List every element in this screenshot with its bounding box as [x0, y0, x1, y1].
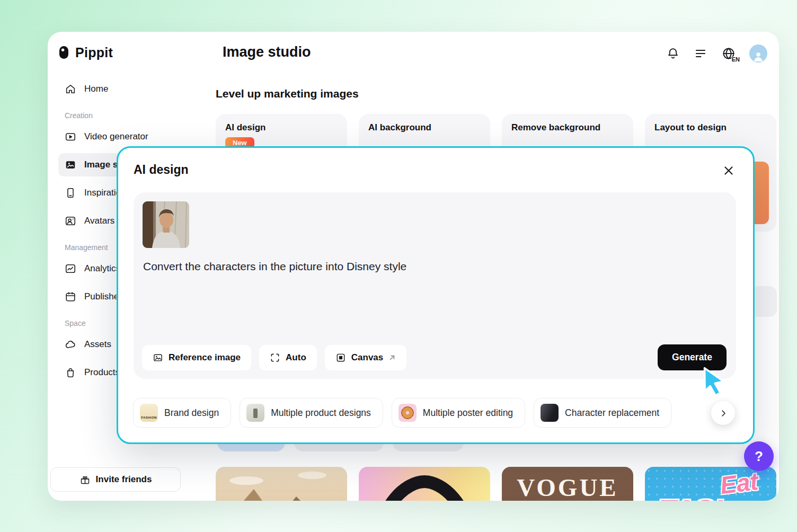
- suggestion-label: Brand design: [164, 407, 219, 419]
- gallery-item-landscape[interactable]: [216, 467, 347, 501]
- canvas-label: Canvas: [351, 352, 383, 363]
- suggestion-chips-row: FASHION Brand design Multiple product de…: [133, 398, 738, 429]
- bell-icon: [666, 47, 680, 60]
- landscape-image: [216, 467, 347, 501]
- modal-title: AI design: [134, 163, 189, 177]
- eat-poster-text: Eat: [719, 467, 760, 500]
- image-studio-icon: [65, 159, 76, 171]
- canvas-icon: [335, 352, 346, 363]
- reference-image-label: Reference image: [169, 352, 241, 363]
- brand-name: Pippit: [75, 45, 113, 60]
- canvas-button[interactable]: Canvas: [325, 345, 406, 370]
- tasks-button[interactable]: [693, 46, 708, 61]
- template-gallery: VOGUE Eat TAS!: [216, 467, 776, 501]
- inspiration-icon: [65, 187, 76, 199]
- sidebar-item-home[interactable]: Home: [58, 77, 180, 101]
- invite-friends-button[interactable]: Invite friends: [50, 467, 181, 492]
- cloud-icon: [65, 339, 76, 350]
- mouse-cursor: [699, 364, 730, 398]
- card-title: Remove background: [511, 122, 624, 133]
- help-button[interactable]: ?: [744, 441, 774, 471]
- language-button[interactable]: EN: [721, 46, 737, 61]
- close-button[interactable]: [721, 164, 736, 179]
- sidebar-item-label: Analytics: [84, 263, 120, 274]
- language-label: EN: [732, 56, 740, 63]
- suggestion-multiple-poster-editing[interactable]: Multiple poster editing: [392, 398, 525, 428]
- analytics-icon: [65, 263, 76, 274]
- close-icon: [722, 164, 736, 178]
- auto-label: Auto: [286, 352, 306, 363]
- page-background: Pippit Image studio EN: [0, 0, 797, 532]
- ai-design-modal: AI design Con: [117, 146, 755, 444]
- reference-image-button[interactable]: Reference image: [142, 345, 251, 370]
- suggestion-label: Multiple product designs: [271, 407, 371, 419]
- person-icon: [751, 50, 765, 63]
- headphones-image: [359, 467, 490, 501]
- video-icon: [65, 131, 76, 143]
- reference-image-thumbnail[interactable]: [143, 201, 189, 248]
- prompt-text: Convert the characters in the picture in…: [143, 260, 406, 273]
- list-icon: [694, 47, 707, 60]
- poster-thumbnail: [398, 404, 417, 422]
- external-link-icon: [388, 354, 396, 361]
- sidebar-item-label: Products: [84, 367, 120, 378]
- invite-friends-label: Invite friends: [96, 474, 152, 485]
- bag-icon: [65, 367, 76, 378]
- fashion-thumbnail: FASHION: [140, 404, 158, 422]
- sidebar-item-video-generator[interactable]: Video generator: [58, 125, 180, 148]
- sidebar-item-label: Assets: [84, 339, 111, 350]
- image-icon: [153, 352, 163, 363]
- chevron-right-icon: [719, 409, 728, 418]
- sidebar-item-label: Home: [84, 84, 108, 94]
- card-title: Layout to design: [654, 122, 767, 133]
- crop-corners-icon: [270, 352, 280, 363]
- vogue-title: VOGUE: [502, 473, 633, 501]
- brand: Pippit: [58, 45, 113, 60]
- section-heading: Level up marketing images: [216, 87, 359, 100]
- gallery-item-eat-poster[interactable]: Eat TAS!: [645, 467, 776, 501]
- calendar-icon: [65, 291, 76, 303]
- notifications-button[interactable]: [666, 46, 680, 61]
- pippit-logo-icon: [58, 46, 70, 60]
- suggestion-brand-design[interactable]: FASHION Brand design: [133, 398, 231, 428]
- sidebar-item-label: Avatars: [84, 216, 114, 226]
- character-thumbnail: [541, 404, 559, 422]
- suggestion-label: Multiple poster editing: [423, 407, 513, 419]
- user-avatar[interactable]: [749, 45, 767, 63]
- eat-poster-text-2: TAS!: [659, 493, 723, 501]
- suggestion-label: Character replacement: [565, 407, 659, 419]
- suggestion-character-replacement[interactable]: Character replacement: [534, 398, 671, 428]
- sidebar-section-label-creation: Creation: [58, 111, 175, 120]
- avatars-icon: [65, 215, 76, 227]
- gallery-item-headphones[interactable]: [359, 467, 490, 501]
- product-thumbnail: [246, 404, 264, 422]
- suggestion-multiple-product-designs[interactable]: Multiple product designs: [240, 398, 383, 428]
- prompt-actions: Reference image Auto Canvas: [142, 345, 406, 370]
- page-title: Image studio: [223, 44, 311, 60]
- fashion-thumbnail-text: FASHION: [141, 416, 156, 419]
- home-icon: [65, 83, 76, 95]
- prompt-input[interactable]: Convert the characters in the picture in…: [134, 192, 736, 379]
- uploaded-portrait-image: [143, 201, 189, 248]
- gallery-item-vogue[interactable]: VOGUE: [502, 467, 633, 501]
- card-title: AI background: [368, 122, 481, 133]
- auto-ratio-button[interactable]: Auto: [259, 345, 317, 370]
- next-suggestions-button[interactable]: [711, 401, 735, 425]
- gift-icon: [79, 474, 91, 485]
- sidebar-item-label: Video generator: [84, 131, 148, 142]
- card-title: AI design: [225, 122, 338, 133]
- topbar-actions: EN: [666, 45, 767, 63]
